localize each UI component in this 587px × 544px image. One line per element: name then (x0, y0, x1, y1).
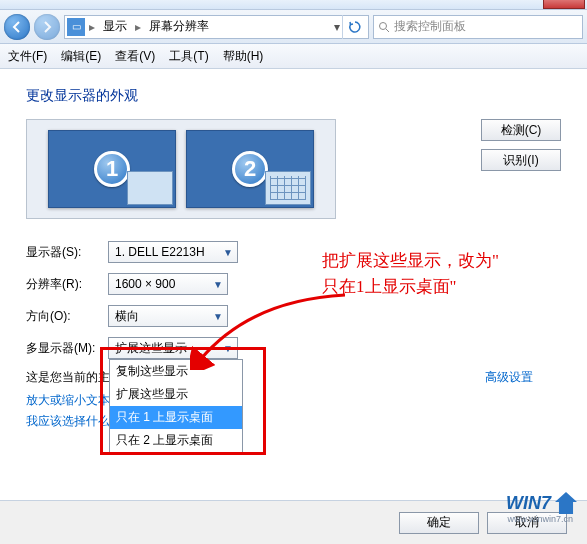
menu-file[interactable]: 文件(F) (8, 48, 47, 65)
multi-option-show-only-2[interactable]: 只在 2 上显示桌面 (110, 429, 242, 452)
address-breadcrumb[interactable]: ▭ ▸ 显示 ▸ 屏幕分辨率 ▾ (64, 15, 369, 39)
resolution-combobox[interactable]: 1600 × 900 ▼ (108, 273, 228, 295)
menu-view[interactable]: 查看(V) (115, 48, 155, 65)
zoom-text-link[interactable]: 放大或缩小文本 (26, 393, 110, 407)
label-orientation: 方向(O): (26, 308, 98, 325)
main-display-text: 这是您当前的主 (26, 370, 110, 384)
display-icon: ▭ (67, 18, 85, 36)
dropdown-chevron-icon[interactable]: ▾ (334, 20, 340, 34)
orientation-combobox[interactable]: 横向 ▼ (108, 305, 228, 327)
monitor-preview[interactable]: 1 2 (26, 119, 336, 219)
menu-edit[interactable]: 编辑(E) (61, 48, 101, 65)
ok-button[interactable]: 确定 (399, 512, 479, 534)
monitor-2[interactable]: 2 (186, 130, 314, 208)
svg-point-0 (380, 22, 387, 29)
search-icon (378, 21, 390, 33)
breadcrumb-sep-icon: ▸ (133, 20, 143, 34)
page-title: 更改显示器的外观 (26, 87, 561, 105)
search-input[interactable]: 搜索控制面板 (373, 15, 583, 39)
cancel-button[interactable]: 取消 (487, 512, 567, 534)
chevron-down-icon: ▼ (223, 343, 233, 354)
multi-option-duplicate[interactable]: 复制这些显示 (110, 360, 242, 383)
multi-display-dropdown: 复制这些显示 扩展这些显示 只在 1 上显示桌面 只在 2 上显示桌面 (109, 359, 243, 453)
nav-forward-button[interactable] (34, 14, 60, 40)
monitor-1[interactable]: 1 (48, 130, 176, 208)
svg-line-1 (386, 29, 389, 32)
window-titlebar (0, 0, 587, 10)
display-value: 1. DELL E2213H (115, 245, 205, 259)
detect-button[interactable]: 检测(C) (481, 119, 561, 141)
menu-help[interactable]: 帮助(H) (223, 48, 264, 65)
explorer-navbar: ▭ ▸ 显示 ▸ 屏幕分辨率 ▾ 搜索控制面板 (0, 10, 587, 44)
monitor-grid-icon (265, 171, 311, 205)
refresh-button[interactable] (342, 15, 366, 39)
breadcrumb-seg-current[interactable]: 屏幕分辨率 (145, 18, 213, 35)
menu-tools[interactable]: 工具(T) (169, 48, 208, 65)
window-close-button[interactable] (543, 0, 585, 9)
multi-value: 扩展这些显示 (115, 340, 187, 357)
label-resolution: 分辨率(R): (26, 276, 98, 293)
menubar: 文件(F) 编辑(E) 查看(V) 工具(T) 帮助(H) (0, 44, 587, 69)
monitor-taskbar-icon (127, 171, 173, 205)
orientation-value: 横向 (115, 308, 139, 325)
monitor-badge-1: 1 (94, 151, 130, 187)
breadcrumb-sep-icon: ▸ (87, 20, 97, 34)
monitor-badge-2: 2 (232, 151, 268, 187)
advanced-settings-link[interactable]: 高级设置 (485, 369, 533, 386)
multi-display-combobox[interactable]: 扩展这些显示 ▼ 复制这些显示 扩展这些显示 只在 1 上显示桌面 只在 2 上… (108, 337, 238, 359)
chevron-down-icon: ▼ (213, 279, 223, 290)
label-multi: 多显示器(M): (26, 340, 98, 357)
chevron-down-icon: ▼ (213, 311, 223, 322)
page-content: 更改显示器的外观 1 2 检测(C) 识别(I) 显示器(S): 1. DELL… (0, 69, 587, 430)
resolution-value: 1600 × 900 (115, 277, 175, 291)
search-placeholder: 搜索控制面板 (394, 18, 466, 35)
label-display: 显示器(S): (26, 244, 98, 261)
chevron-down-icon: ▼ (223, 247, 233, 258)
multi-option-show-only-1[interactable]: 只在 1 上显示桌面 (110, 406, 242, 429)
nav-back-button[interactable] (4, 14, 30, 40)
breadcrumb-seg-root[interactable]: 显示 (99, 18, 131, 35)
dialog-button-bar: 确定 取消 (0, 500, 587, 544)
multi-option-extend[interactable]: 扩展这些显示 (110, 383, 242, 406)
identify-button[interactable]: 识别(I) (481, 149, 561, 171)
display-combobox[interactable]: 1. DELL E2213H ▼ (108, 241, 238, 263)
